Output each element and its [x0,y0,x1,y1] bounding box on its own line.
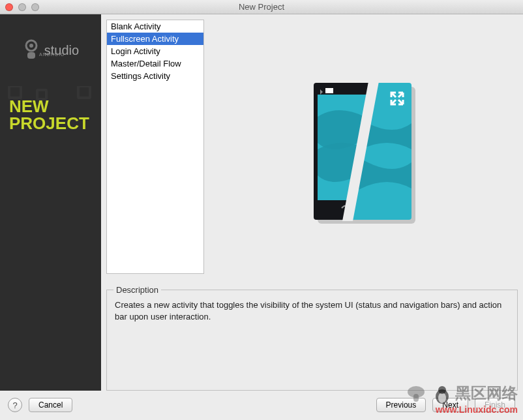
window-title: New Project [0,2,523,12]
dialog-content: ANDROID studio NEW PROJECT Blank Activit… [0,14,523,391]
svg-rect-2 [27,52,35,59]
next-button[interactable]: Next [432,398,468,412]
finish-button[interactable]: Finish [475,398,515,412]
expand-icon [389,91,405,106]
previous-button[interactable]: Previous [376,398,426,412]
template-preview [211,20,518,286]
help-button[interactable]: ? [8,398,22,412]
description-label: Description [113,285,161,295]
activity-item-fullscreen[interactable]: Fullscreen Activity [107,33,203,45]
activity-item-blank[interactable]: Blank Activity [107,20,203,33]
activity-item-settings[interactable]: Settings Activity [107,70,203,82]
activity-template-list[interactable]: Blank Activity Fullscreen Activity Login… [106,20,204,274]
cancel-button[interactable]: Cancel [29,398,72,412]
activity-item-master-detail[interactable]: Master/Detail Flow [107,57,203,70]
android-studio-logo: ANDROID studio [22,39,79,61]
activity-item-login[interactable]: Login Activity [107,45,203,57]
svg-rect-10 [325,88,333,93]
brand-small-text: ANDROID [39,52,65,57]
description-box: Description Creates a new activity that … [106,290,518,391]
wizard-main: Blank Activity Fullscreen Activity Login… [101,14,523,391]
dialog-footer: ? Cancel Previous Next Finish [0,391,523,419]
window-titlebar: New Project [0,0,523,14]
svg-point-1 [29,44,33,48]
android-gear-icon [22,39,40,61]
phone-preview-graphic [306,78,423,228]
wizard-sidebar: ANDROID studio NEW PROJECT [0,14,101,391]
description-text: Creates a new activity that toggles the … [115,299,509,323]
